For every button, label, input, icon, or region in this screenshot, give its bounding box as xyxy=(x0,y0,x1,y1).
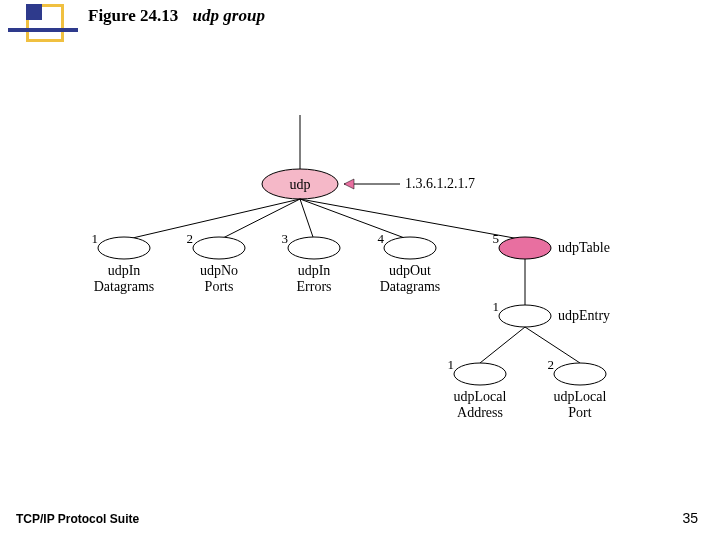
node-e2-index: 2 xyxy=(548,357,555,372)
node-udpoutdatagrams xyxy=(384,237,436,259)
oid-arrow-icon xyxy=(344,179,354,189)
node-3-label-line1: udpIn xyxy=(298,263,331,278)
svg-line-4 xyxy=(300,199,314,240)
node-entry-index: 1 xyxy=(493,299,500,314)
node-e1-index: 1 xyxy=(448,357,455,372)
svg-line-6 xyxy=(300,199,525,240)
node-1-label-line1: udpIn xyxy=(108,263,141,278)
node-1-label-line2: Datagrams xyxy=(94,279,155,294)
node-2-label-line1: udpNo xyxy=(200,263,238,278)
svg-line-5 xyxy=(300,199,410,240)
node-4-index: 4 xyxy=(378,231,385,246)
svg-line-8 xyxy=(480,327,525,363)
node-udptable xyxy=(499,237,551,259)
page-number: 35 xyxy=(682,510,698,526)
node-udplocaladdress xyxy=(454,363,506,385)
node-1-index: 1 xyxy=(92,231,99,246)
node-4-label-line2: Datagrams xyxy=(380,279,441,294)
svg-line-2 xyxy=(124,199,300,240)
node-e2-label-line2: Port xyxy=(568,405,591,420)
node-udpindatagrams xyxy=(98,237,150,259)
node-udpinerrors xyxy=(288,237,340,259)
node-udp-label: udp xyxy=(290,177,311,192)
node-2-index: 2 xyxy=(187,231,194,246)
node-udpentry xyxy=(499,305,551,327)
node-udplocalport xyxy=(554,363,606,385)
node-entry-label: udpEntry xyxy=(558,308,610,323)
node-4-label-line1: udpOut xyxy=(389,263,431,278)
node-5-index: 5 xyxy=(493,231,500,246)
node-udpnoports xyxy=(193,237,245,259)
diagram: udp 1.3.6.1.2.1.7 1 udpIn Datagrams 2 ud… xyxy=(0,0,720,540)
oid-text: 1.3.6.1.2.1.7 xyxy=(405,176,475,191)
node-e2-label-line1: udpLocal xyxy=(554,389,607,404)
footer-left: TCP/IP Protocol Suite xyxy=(16,512,139,526)
node-e1-label-line1: udpLocal xyxy=(454,389,507,404)
node-e1-label-line2: Address xyxy=(457,405,503,420)
node-3-label-line2: Errors xyxy=(297,279,332,294)
node-3-index: 3 xyxy=(282,231,289,246)
node-5-label: udpTable xyxy=(558,240,610,255)
node-2-label-line2: Ports xyxy=(205,279,234,294)
